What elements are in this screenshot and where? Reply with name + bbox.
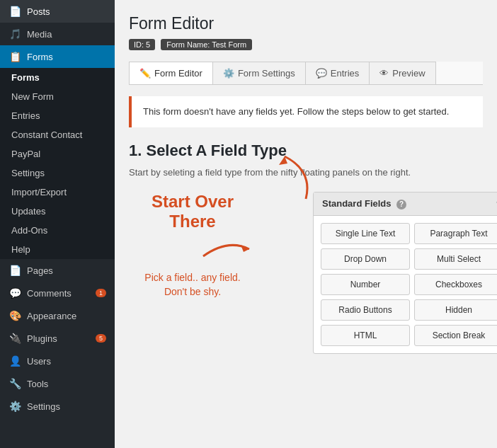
notice-text: This form doesn't have any fields yet. F… <box>143 106 449 117</box>
sidebar-item-constant-contact[interactable]: Constant Contact <box>0 125 115 144</box>
help-icon[interactable]: ? <box>396 200 406 209</box>
plugins-icon: 🔌 <box>8 333 21 344</box>
field-paragraph-text[interactable]: Paragraph Text <box>414 223 497 244</box>
left-annotation: Start OverThere Pick a field.. any field… <box>129 192 256 299</box>
tab-form-editor[interactable]: ✏️ Form Editor <box>129 62 213 84</box>
users-icon: 👤 <box>8 355 21 367</box>
form-meta: ID: 5 Form Name: Test Form <box>129 39 483 50</box>
sidebar-item-import-export[interactable]: Import/Export <box>0 183 115 202</box>
sidebar-item-updates[interactable]: Updates <box>0 202 115 221</box>
forms-icon: 📋 <box>8 51 21 62</box>
sidebar-item-settings2[interactable]: ⚙️ Settings <box>0 395 115 418</box>
sidebar-item-paypal[interactable]: PayPal <box>0 144 115 163</box>
submenu-header: Forms <box>0 68 115 87</box>
field-single-line-text[interactable]: Single Line Text <box>321 223 410 244</box>
fields-panel: Standard Fields ? ▼ Single Line Text Par… <box>313 192 497 354</box>
settings-icon: ⚙️ <box>8 401 21 412</box>
tab-preview[interactable]: 👁 Preview <box>369 62 435 84</box>
sidebar-item-posts[interactable]: 📄 Posts <box>0 0 115 23</box>
annotation-main: Start OverThere <box>152 192 234 233</box>
form-name-badge: Form Name: Test Form <box>161 39 252 50</box>
sidebar-item-settings[interactable]: Settings <box>0 163 115 183</box>
appearance-icon: 🎨 <box>8 310 21 321</box>
notice-box: This form doesn't have any fields yet. F… <box>129 96 483 127</box>
preview-icon: 👁 <box>379 68 389 79</box>
field-section-break[interactable]: Section Break <box>414 325 497 346</box>
field-radio-buttons[interactable]: Radio Buttons <box>321 299 410 321</box>
posts-icon: 📄 <box>8 6 21 17</box>
panel-area: Start OverThere Pick a field.. any field… <box>129 192 483 354</box>
sidebar-item-appearance[interactable]: 🎨 Appearance <box>0 304 115 327</box>
sidebar: 📄 Posts 🎵 Media 📋 Forms Forms New Form E… <box>0 0 115 448</box>
sidebar-item-comments[interactable]: 💬 Comments 1 <box>0 282 115 304</box>
tab-entries[interactable]: 💬 Entries <box>305 62 370 84</box>
sidebar-item-help[interactable]: Help <box>0 240 115 259</box>
form-editor-icon: ✏️ <box>139 68 151 79</box>
plugins-badge: 5 <box>96 334 106 343</box>
arrow-up-icon <box>270 149 313 206</box>
arrow-up-area <box>270 192 299 208</box>
comments-badge: 1 <box>96 289 106 297</box>
sidebar-item-users[interactable]: 👤 Users <box>0 350 115 372</box>
entries-icon: 💬 <box>316 68 327 79</box>
tab-form-settings[interactable]: ⚙️ Form Settings <box>212 62 306 84</box>
fields-panel-header: Standard Fields ? ▼ <box>314 193 497 216</box>
main-content: Form Editor ID: 5 Form Name: Test Form ✏… <box>115 0 497 448</box>
sidebar-item-entries[interactable]: Entries <box>0 106 115 125</box>
sidebar-label: Forms <box>27 52 53 62</box>
field-checkboxes[interactable]: Checkboxes <box>414 274 497 295</box>
fields-panel-title: Standard Fields ? <box>322 198 406 209</box>
sidebar-item-forms[interactable]: 📋 Forms <box>0 45 115 68</box>
field-html[interactable]: HTML <box>321 325 410 346</box>
field-multi-select[interactable]: Multi Select <box>414 248 497 270</box>
sidebar-label: Media <box>27 29 52 40</box>
arrow-right-icon <box>200 235 256 263</box>
comments-icon: 💬 <box>8 287 21 299</box>
sidebar-label: Posts <box>27 6 50 17</box>
sidebar-item-tools[interactable]: 🔧 Tools <box>0 372 115 395</box>
arrow-right-area <box>129 235 256 265</box>
tools-icon: 🔧 <box>8 378 21 389</box>
sidebar-item-media[interactable]: 🎵 Media <box>0 23 115 45</box>
page-title: Form Editor <box>129 14 483 33</box>
pages-icon: 📄 <box>8 265 21 276</box>
field-drop-down[interactable]: Drop Down <box>321 248 410 270</box>
forms-submenu: Forms New Form Entries Constant Contact … <box>0 68 115 259</box>
field-number[interactable]: Number <box>321 274 410 295</box>
form-id-badge: ID: 5 <box>129 39 155 50</box>
media-icon: 🎵 <box>8 28 21 40</box>
field-hidden[interactable]: Hidden <box>414 299 497 321</box>
fields-grid: Single Line Text Paragraph Text Drop Dow… <box>314 216 497 353</box>
form-settings-icon: ⚙️ <box>223 68 234 79</box>
sidebar-item-add-ons[interactable]: Add-Ons <box>0 221 115 240</box>
sidebar-item-pages[interactable]: 📄 Pages <box>0 259 115 282</box>
tab-bar: ✏️ Form Editor ⚙️ Form Settings 💬 Entrie… <box>129 62 483 85</box>
annotation-sub: Pick a field.. any field.Don't be shy. <box>144 271 240 299</box>
sidebar-item-plugins[interactable]: 🔌 Plugins 5 <box>0 327 115 350</box>
sidebar-item-new-form[interactable]: New Form <box>0 87 115 106</box>
